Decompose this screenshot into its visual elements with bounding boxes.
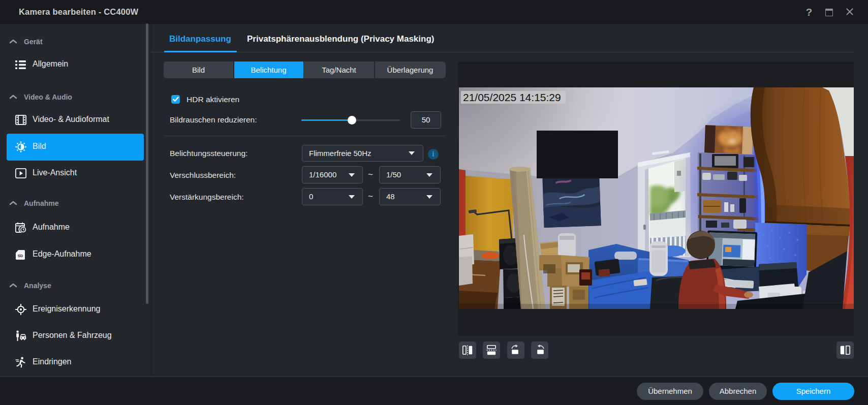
svg-text:21/05/2025 14:15:29: 21/05/2025 14:15:29	[463, 91, 561, 103]
svg-text:SD: SD	[18, 254, 23, 258]
